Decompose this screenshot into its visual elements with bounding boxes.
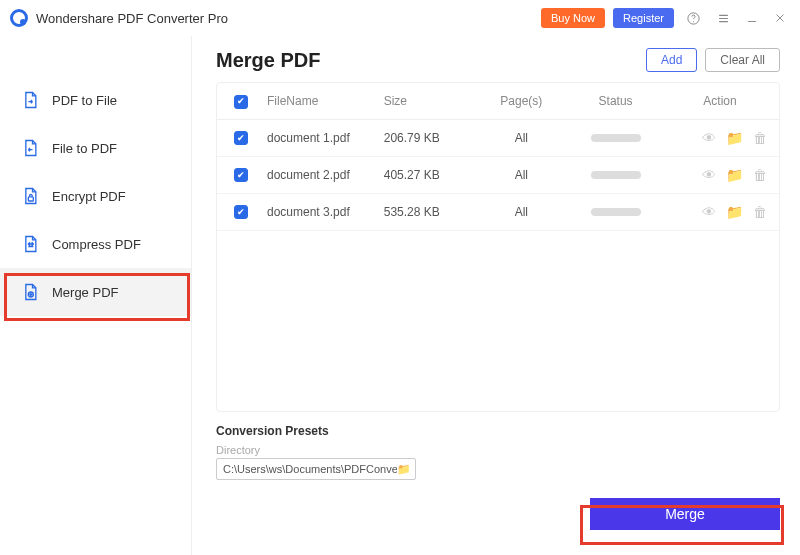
cell-filename: document 3.pdf <box>261 203 378 221</box>
close-icon[interactable] <box>770 11 790 25</box>
col-pages: Page(s) <box>476 92 566 110</box>
delete-icon[interactable]: 🗑 <box>753 167 767 183</box>
merge-pdf-icon <box>20 282 40 302</box>
preview-icon[interactable]: 👁 <box>702 130 716 146</box>
menu-icon[interactable] <box>715 10 731 26</box>
sidebar-item-encrypt-pdf[interactable]: Encrypt PDF <box>0 172 192 220</box>
add-button[interactable]: Add <box>646 48 697 72</box>
pdf-to-file-icon <box>20 90 40 110</box>
title-bar: Wondershare PDF Converter Pro Buy Now Re… <box>0 0 800 36</box>
status-bar-icon <box>591 208 641 216</box>
cell-size: 206.79 KB <box>378 129 477 147</box>
col-status: Status <box>566 92 665 110</box>
cell-pages: All <box>476 166 566 184</box>
svg-rect-2 <box>28 197 33 201</box>
sidebar-item-label: PDF to File <box>52 93 117 108</box>
sidebar-item-merge-pdf[interactable]: Merge PDF <box>0 268 192 316</box>
cell-filename: document 1.pdf <box>261 129 378 147</box>
directory-label: Directory <box>216 444 780 456</box>
minimize-icon[interactable] <box>742 11 762 25</box>
row-checkbox[interactable] <box>234 168 248 182</box>
delete-icon[interactable]: 🗑 <box>753 204 767 220</box>
presets-title: Conversion Presets <box>216 424 780 438</box>
cell-filename: document 2.pdf <box>261 166 378 184</box>
open-folder-icon[interactable]: 📁 <box>726 204 743 220</box>
file-to-pdf-icon <box>20 138 40 158</box>
table-row[interactable]: document 3.pdf 535.28 KB All 👁 📁 🗑 <box>217 194 779 231</box>
app-title: Wondershare PDF Converter Pro <box>36 11 228 26</box>
sidebar-item-label: File to PDF <box>52 141 117 156</box>
browse-folder-icon[interactable]: 📁 <box>397 463 411 476</box>
conversion-presets: Conversion Presets Directory C:\Users\ws… <box>216 424 780 480</box>
app-logo-icon <box>10 9 28 27</box>
encrypt-pdf-icon <box>20 186 40 206</box>
open-folder-icon[interactable]: 📁 <box>726 167 743 183</box>
table-row[interactable]: document 2.pdf 405.27 KB All 👁 📁 🗑 <box>217 157 779 194</box>
svg-point-1 <box>693 21 694 22</box>
help-icon[interactable] <box>685 10 701 26</box>
select-all-checkbox[interactable] <box>234 95 248 109</box>
row-checkbox[interactable] <box>234 205 248 219</box>
directory-value: C:\Users\ws\Documents\PDFConvert <box>223 463 397 475</box>
buy-now-button[interactable]: Buy Now <box>541 8 605 28</box>
sidebar-item-label: Encrypt PDF <box>52 189 126 204</box>
sidebar-item-label: Merge PDF <box>52 285 118 300</box>
sidebar-item-label: Compress PDF <box>52 237 141 252</box>
preview-icon[interactable]: 👁 <box>702 204 716 220</box>
delete-icon[interactable]: 🗑 <box>753 130 767 146</box>
page-title: Merge PDF <box>216 49 320 72</box>
cell-pages: All <box>476 129 566 147</box>
merge-button[interactable]: Merge <box>590 498 780 530</box>
clear-all-button[interactable]: Clear All <box>705 48 780 72</box>
cell-size: 405.27 KB <box>378 166 477 184</box>
status-bar-icon <box>591 171 641 179</box>
col-filename: FileName <box>261 92 378 110</box>
sidebar-item-file-to-pdf[interactable]: File to PDF <box>0 124 192 172</box>
sidebar-item-compress-pdf[interactable]: Compress PDF <box>0 220 192 268</box>
open-folder-icon[interactable]: 📁 <box>726 130 743 146</box>
status-bar-icon <box>591 134 641 142</box>
file-table: FileName Size Page(s) Status Action docu… <box>216 82 780 412</box>
directory-input[interactable]: C:\Users\ws\Documents\PDFConvert 📁 <box>216 458 416 480</box>
cell-pages: All <box>476 203 566 221</box>
sidebar: PDF to File File to PDF Encrypt PDF Comp… <box>0 36 192 555</box>
table-row[interactable]: document 1.pdf 206.79 KB All 👁 📁 🗑 <box>217 120 779 157</box>
sidebar-item-pdf-to-file[interactable]: PDF to File <box>0 76 192 124</box>
table-header: FileName Size Page(s) Status Action <box>217 83 779 120</box>
row-checkbox[interactable] <box>234 131 248 145</box>
preview-icon[interactable]: 👁 <box>702 167 716 183</box>
register-button[interactable]: Register <box>613 8 674 28</box>
col-size: Size <box>378 92 477 110</box>
col-action: Action <box>665 92 775 110</box>
compress-pdf-icon <box>20 234 40 254</box>
cell-size: 535.28 KB <box>378 203 477 221</box>
content-area: Merge PDF Add Clear All FileName Size Pa… <box>192 36 800 555</box>
